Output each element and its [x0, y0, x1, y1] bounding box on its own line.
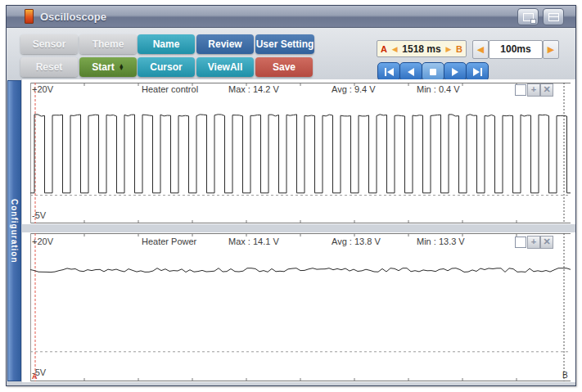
chart2-title: Heater Power	[142, 237, 196, 246]
cursor-b-marker[interactable]: B	[562, 371, 568, 380]
skip-to-end-button[interactable]	[466, 62, 489, 81]
oscilloscope-probe-icon	[25, 9, 34, 24]
review-button[interactable]: Review	[196, 34, 254, 54]
stop-button[interactable]	[422, 62, 444, 81]
skip-to-end-icon-bar	[480, 68, 482, 76]
step-back-icon	[408, 68, 414, 76]
cursor-button[interactable]: Cursor	[138, 57, 195, 77]
cursor-a-label: A	[381, 44, 387, 54]
chart1-bottom-range-label: -5V	[32, 210, 46, 220]
start-button-label: Start	[92, 57, 114, 77]
window-shade-icon	[548, 13, 559, 21]
toolbar: Sensor Theme Name Review User Setting Re…	[7, 28, 575, 79]
start-button[interactable]: Start ▲▼	[79, 57, 137, 77]
screen: Oscilloscope Sensor Theme Name Review Us…	[0, 0, 582, 392]
skip-to-end-icon	[473, 68, 480, 76]
chart2-avg-stat: Avg : 13.8 V	[332, 237, 381, 246]
titlebar-buttons	[517, 8, 564, 25]
chart-divider	[22, 224, 575, 232]
charts-region: +20V Heater control Max : 14.2 V Avg : 9…	[22, 79, 575, 385]
cursor-a-marker[interactable]: A	[32, 372, 38, 381]
chart1-select-checkbox[interactable]	[515, 84, 526, 96]
window-title: Oscilloscope	[40, 11, 106, 23]
titlebar[interactable]: Oscilloscope	[7, 6, 575, 28]
name-button[interactable]: Name	[138, 34, 195, 54]
chart2-min-stat: Min : 13.3 V	[417, 237, 465, 246]
chart1-add-button[interactable]: +	[527, 83, 540, 97]
configuration-tab[interactable]: Configuration	[7, 80, 21, 381]
chart2-max-stat: Max : 14.1 V	[228, 237, 279, 246]
chart1-max-stat: Max : 14.2 V	[228, 84, 279, 94]
user-setting-button[interactable]: User Setting	[255, 34, 314, 54]
chart2-top-range-label: +20V	[32, 237, 53, 246]
chart1-title: Heater control	[142, 84, 198, 94]
heater-control-plot[interactable]	[30, 83, 571, 223]
cursor-b-label: B	[456, 44, 462, 54]
skip-to-start-icon-arrow	[387, 68, 394, 76]
bottom-strip	[22, 382, 575, 385]
play-icon	[452, 68, 458, 76]
chart2-close-button[interactable]: ✕	[540, 236, 553, 249]
shade-window-button[interactable]	[543, 8, 564, 25]
sensor-button[interactable]: Sensor	[20, 34, 78, 54]
right-arrow-icon: ▶	[548, 44, 554, 55]
popout-window-button[interactable]	[517, 8, 539, 25]
ab-range-box[interactable]: A ◀ 1518 ms ▶ B	[377, 40, 467, 57]
stop-icon	[430, 69, 436, 75]
viewall-button[interactable]: ViewAll	[196, 57, 254, 77]
play-button[interactable]	[444, 62, 467, 81]
save-button[interactable]: Save	[255, 57, 313, 77]
skip-to-start-icon	[385, 68, 386, 76]
skip-to-start-button[interactable]	[377, 62, 400, 81]
timebase-increase-button[interactable]: ▶	[543, 40, 559, 59]
reset-button[interactable]: Reset	[20, 57, 78, 77]
chart1-top-range-label: +20V	[32, 84, 53, 94]
timebase-value: 100ms	[489, 40, 543, 59]
theme-button[interactable]: Theme	[79, 34, 137, 54]
timebase-decrease-button[interactable]: ◀	[472, 40, 489, 59]
ab-range-value: 1518 ms	[402, 43, 440, 55]
chart1-avg-stat: Avg : 9.4 V	[332, 84, 376, 94]
oscilloscope-window: Oscilloscope Sensor Theme Name Review Us…	[6, 5, 576, 386]
b-right-arrow-icon[interactable]: ▶	[445, 45, 451, 53]
configuration-tab-label: Configuration	[10, 199, 19, 264]
step-back-button[interactable]	[399, 62, 422, 81]
window-popout-icon	[523, 13, 534, 21]
start-spinner-icon: ▲▼	[119, 64, 124, 70]
chart1-close-button[interactable]: ✕	[540, 83, 553, 97]
chart1-min-stat: Min : 0.4 V	[417, 84, 460, 94]
heater-power-plot[interactable]	[30, 233, 571, 381]
chart2-select-checkbox[interactable]	[515, 237, 526, 248]
a-left-arrow-icon[interactable]: ◀	[392, 45, 398, 53]
left-arrow-icon: ◀	[477, 44, 484, 55]
chart2-add-button[interactable]: +	[527, 236, 540, 249]
